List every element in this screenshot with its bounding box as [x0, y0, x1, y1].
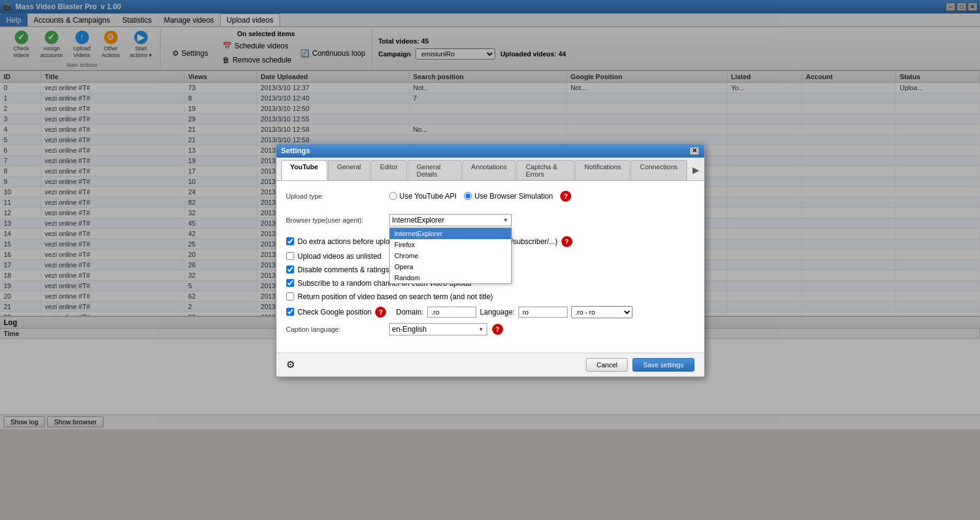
upload-type-radio-group: Use YouTube API Use Browser Simulation ? [389, 191, 572, 202]
domain-input[interactable] [427, 307, 476, 318]
checkbox-google-position[interactable] [286, 308, 294, 316]
tab-editor[interactable]: Editor [371, 160, 407, 180]
radio-api[interactable] [389, 192, 397, 200]
browser-option-random[interactable]: Random [390, 272, 511, 283]
checkbox-return-position[interactable] [286, 292, 294, 300]
modal-overlay: Settings ✕ YouTube General Editor Genera… [0, 0, 980, 520]
modal-title: Settings [281, 147, 310, 155]
checkbox-return-position-label: Return position of video based on search… [298, 292, 493, 301]
browser-type-combo[interactable]: InternetExplorer ▼ [389, 214, 512, 226]
modal-body: Upload type: Use YouTube API Use Browser… [276, 181, 704, 353]
upload-type-label: Upload type: [286, 193, 384, 200]
combo-arrow-icon: ▼ [503, 217, 509, 223]
checkbox-extra-actions[interactable] [286, 237, 294, 245]
modal-close-btn[interactable]: ✕ [689, 147, 699, 155]
checkbox-unlisted-label: Upload videos as unlisted [298, 252, 382, 261]
cancel-btn[interactable]: Cancel [586, 358, 628, 372]
tab-annotations[interactable]: Annotations [462, 160, 516, 180]
browser-dropdown-wrapper: InternetExplorer ▼ InternetExplorer Fire… [389, 214, 512, 226]
domain-label: Domain: [396, 308, 424, 316]
radio-api-label: Use YouTube API [400, 192, 457, 201]
browser-option-ie[interactable]: InternetExplorer [390, 228, 511, 239]
google-help-btn[interactable]: ? [375, 307, 386, 318]
caption-help-btn[interactable]: ? [492, 324, 503, 335]
upload-type-help-btn[interactable]: ? [560, 191, 571, 202]
checkbox1-help-btn[interactable]: ? [561, 236, 572, 247]
tab-general-details[interactable]: General Details [408, 160, 462, 180]
language-input[interactable] [518, 307, 568, 318]
tab-general[interactable]: General [328, 160, 370, 180]
footer-gear-icon[interactable]: ⚙ [286, 359, 295, 370]
radio-browser-option[interactable]: Use Browser Simulation [464, 192, 553, 201]
settings-modal: Settings ✕ YouTube General Editor Genera… [276, 143, 705, 377]
tab-arrow-right[interactable]: ▶ [688, 162, 704, 177]
radio-api-option[interactable]: Use YouTube API [389, 192, 457, 201]
caption-arrow-icon: ▼ [479, 326, 484, 332]
radio-browser-label: Use Browser Simulation [474, 192, 553, 201]
checkbox-subscribe[interactable] [286, 279, 294, 287]
browser-type-value: InternetExplorer [392, 216, 444, 224]
checkbox-row-5: Return position of video based on search… [286, 292, 694, 301]
upload-type-row: Upload type: Use YouTube API Use Browser… [286, 191, 694, 202]
browser-type-row: Browser type(user agent): InternetExplor… [286, 214, 694, 226]
browser-dropdown: InternetExplorer Firefox Chrome Opera Ra… [389, 228, 512, 284]
modal-title-bar: Settings ✕ [276, 144, 704, 158]
browser-option-firefox[interactable]: Firefox [390, 239, 511, 250]
checkbox-unlisted[interactable] [286, 252, 294, 260]
caption-label: Caption language: [286, 326, 384, 333]
checkbox-google-label: Check Google position [298, 308, 372, 316]
browser-option-chrome[interactable]: Chrome [390, 250, 511, 261]
browser-type-label: Browser type(user agent): [286, 216, 384, 224]
tab-notifications[interactable]: Notifications [575, 160, 630, 180]
language-label: Language: [480, 308, 515, 316]
caption-combo[interactable]: en-English ▼ [389, 323, 487, 335]
browser-option-opera[interactable]: Opera [390, 261, 511, 272]
language-combo[interactable]: .ro - ro [571, 306, 632, 318]
radio-browser[interactable] [464, 192, 472, 200]
checkbox-disable-comments[interactable] [286, 266, 294, 273]
save-settings-btn[interactable]: Save settings [632, 358, 694, 372]
tab-bar: YouTube General Editor General Details A… [276, 158, 704, 181]
tab-youtube[interactable]: YouTube [281, 160, 327, 180]
modal-footer: ⚙ Cancel Save settings [276, 353, 704, 377]
checkbox-row-6: Check Google position ? Domain: Language… [286, 306, 694, 318]
tab-connections[interactable]: Connections [631, 160, 686, 180]
caption-language-row: Caption language: en-English ▼ ? [286, 323, 694, 335]
tab-captcha[interactable]: Captcha & Errors [517, 160, 575, 180]
caption-value: en-English [392, 325, 427, 334]
